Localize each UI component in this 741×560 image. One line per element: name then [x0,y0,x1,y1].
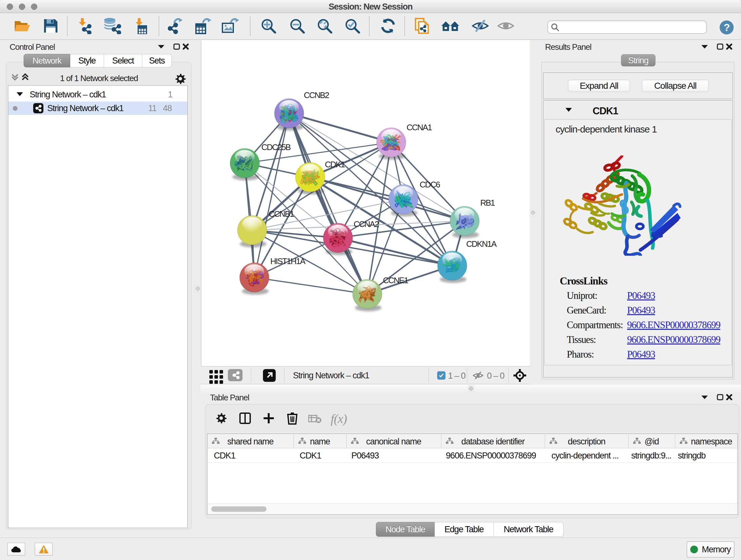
svg-text:CCNA1: CCNA1 [407,123,432,132]
svg-text:CDK1: CDK1 [325,160,345,169]
svg-text:HIST1H1A: HIST1H1A [270,256,306,266]
svg-text:CCNB1: CCNB1 [269,209,294,219]
svg-text:CCNE1: CCNE1 [383,275,408,285]
svg-text:CCNB2: CCNB2 [304,90,329,100]
svg-text:CDC25B: CDC25B [261,142,290,152]
svg-text:CDC6: CDC6 [420,180,440,189]
svg-text:CCNA2: CCNA2 [354,219,379,229]
svg-text:CDKN1A: CDKN1A [466,239,497,249]
svg-text:RB1: RB1 [480,198,495,207]
